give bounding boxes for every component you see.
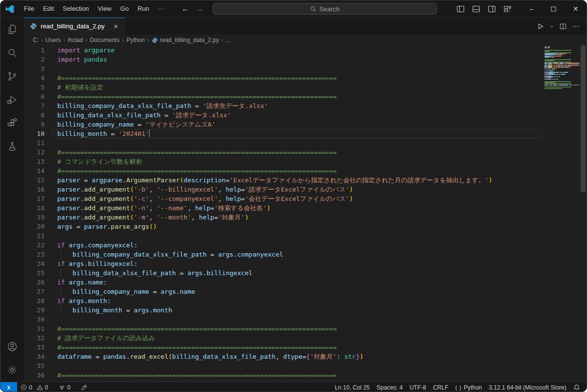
breadcrumb-item[interactable]: Python (125, 37, 145, 44)
code-line[interactable]: args = parser.parse_args() (57, 222, 587, 231)
minimap-token (550, 85, 552, 86)
notifications-bell[interactable] (570, 382, 584, 392)
code-line[interactable]: # 指定された会社の指定された月の請求データを取得 (57, 380, 587, 382)
code-line[interactable]: #=======================================… (57, 343, 587, 352)
code-line[interactable]: import pandas (57, 55, 587, 64)
menu-item-[interactable]: ··· (154, 3, 169, 15)
code-line[interactable]: billing_month = args.month (57, 305, 587, 315)
run-and-debug-icon (6, 94, 18, 106)
run-dropdown-chevron-icon[interactable] (549, 24, 554, 29)
toggle-primary-sidebar-icon[interactable] (454, 2, 467, 15)
status-python-interpreter[interactable]: 3.12.1 64-bit (Microsoft Store) (485, 382, 570, 392)
code-line[interactable]: #=======================================… (57, 166, 587, 175)
back-arrow-icon[interactable]: ← (181, 4, 189, 13)
status-eol[interactable]: CRLF (429, 382, 452, 392)
code-editor[interactable]: 1234567891011121314151617181920212223242… (24, 45, 587, 382)
status-encoding[interactable]: UTF-8 (406, 382, 429, 392)
breadcrumb-item[interactable]: ... (225, 37, 232, 44)
code-line[interactable]: dataframe = pandas.read_excel(billing_da… (57, 352, 587, 361)
code-line[interactable]: parser.add_argument('-c', '--companyexce… (57, 194, 587, 203)
code-line[interactable] (57, 138, 587, 148)
code-line[interactable]: #=======================================… (57, 324, 587, 333)
history-navigation: ← → (181, 4, 204, 13)
code-line[interactable]: parser.add_argument('-m', '--month', hel… (57, 213, 587, 222)
code-line[interactable]: if args.month: (57, 296, 587, 305)
activity-bar-explorer[interactable] (0, 18, 24, 41)
tab-close-icon[interactable]: × (112, 22, 120, 31)
remote-indicator[interactable] (0, 382, 17, 392)
menu-item-go[interactable]: Go (116, 3, 133, 15)
menu-item-view[interactable]: View (93, 3, 116, 15)
token-var: help (226, 186, 241, 193)
ports-status[interactable]: 0 (55, 382, 74, 392)
code-line[interactable]: parser.add_argument('-n', '--name', help… (57, 203, 587, 213)
code-line[interactable]: billing_data_xlsx_file_path = args.billi… (57, 268, 587, 278)
breadcrumb-item[interactable]: ihciad (67, 37, 84, 44)
status-indentation[interactable]: Spaces: 4 (373, 382, 406, 392)
command-center-search[interactable]: Search (213, 3, 437, 15)
code-line[interactable]: #=======================================… (57, 148, 587, 157)
code-line[interactable]: #=======================================… (57, 370, 587, 380)
code-line[interactable]: import argparse (57, 45, 587, 55)
code-line[interactable] (57, 361, 587, 370)
code-line[interactable]: # 初期値を設定 (57, 83, 587, 92)
code-line[interactable]: parser = argparse.ArgumentParser(descrip… (57, 175, 587, 185)
close-button[interactable]: ✕ (564, 0, 587, 17)
scrollbar-thumb[interactable] (581, 45, 586, 192)
minimap-token (569, 85, 570, 86)
code-line[interactable] (57, 231, 587, 240)
launch-status[interactable] (77, 382, 90, 392)
code-line[interactable]: billing_company_name = args.name (57, 287, 587, 296)
code-line[interactable]: if args.name: (57, 278, 587, 287)
status-cursor-position[interactable]: Ln 10, Col 25 (331, 382, 373, 392)
minimap-token (548, 85, 549, 86)
line-number: 37 (24, 380, 45, 382)
minimap[interactable] (542, 45, 580, 382)
toggle-secondary-sidebar-icon[interactable] (485, 2, 498, 15)
maximize-button[interactable] (542, 0, 564, 17)
activity-bar-run-and-debug[interactable] (0, 88, 24, 111)
minimize-button[interactable]: – (520, 0, 542, 17)
token-b1: () (149, 223, 157, 230)
code-line[interactable]: billing_company_data_xlsx_file_path = ar… (57, 250, 587, 259)
code-line[interactable]: # 請求データファイルの読み込み (57, 333, 587, 343)
problems-status[interactable]: 0 0 (17, 382, 51, 392)
forward-arrow-icon[interactable]: → (196, 4, 204, 13)
menu-item-selection[interactable]: Selection (58, 3, 93, 15)
vertical-scrollbar[interactable] (580, 45, 587, 382)
activity-bar-accounts[interactable] (0, 335, 24, 358)
toggle-panel-icon[interactable] (470, 2, 482, 15)
token-var: companyexcel (237, 251, 283, 258)
menu-item-edit[interactable]: Edit (39, 3, 58, 15)
breadcrumb-item[interactable]: read_billing_data_2.py (151, 37, 220, 44)
activity-bar-testing[interactable] (0, 135, 24, 158)
code-line[interactable]: parser.add_argument('-b', '--billingexce… (57, 185, 587, 194)
code-line[interactable]: if args.billingexcel: (57, 259, 587, 268)
tab-read-billing-data[interactable]: read_billing_data_2.py × (24, 18, 125, 35)
breadcrumb-item[interactable]: Documents (89, 37, 121, 44)
breadcrumb-item[interactable]: C: (32, 37, 40, 44)
code-line[interactable] (57, 64, 587, 73)
code-line[interactable] (57, 315, 587, 324)
activity-bar-manage[interactable] (0, 358, 24, 382)
run-python-file-icon[interactable] (537, 22, 544, 30)
code-line[interactable]: billing_company_name = 'マイナビシステムズA' (57, 120, 587, 129)
code-line[interactable]: #=======================================… (57, 73, 587, 83)
activity-bar-source-control[interactable] (0, 65, 24, 88)
activity-bar-search[interactable] (0, 41, 24, 65)
customize-layout-icon[interactable] (501, 2, 514, 15)
menu-item-run[interactable]: Run (133, 3, 154, 15)
menu-item-file[interactable]: File (20, 3, 39, 15)
code-line[interactable]: if args.companyexcel: (57, 240, 587, 250)
code-line[interactable]: billing_month = '202401' (57, 129, 587, 138)
split-editor-icon[interactable] (559, 22, 567, 30)
code-line[interactable]: # コマンドライン引数を解析 (57, 157, 587, 166)
breadcrumb-separator-icon: › (41, 37, 43, 44)
more-actions-icon[interactable] (572, 22, 580, 30)
breadcrumb-item[interactable]: Users (45, 37, 62, 44)
code-line[interactable]: billing_data_xlsx_file_path = '請求データ.xls… (57, 110, 587, 120)
status-language-mode[interactable]: { }Python (452, 382, 486, 392)
activity-bar-extensions[interactable] (0, 111, 24, 135)
code-line[interactable]: billing_company_data_xlsx_file_path = '請… (57, 101, 587, 110)
code-line[interactable]: #=======================================… (57, 92, 587, 101)
